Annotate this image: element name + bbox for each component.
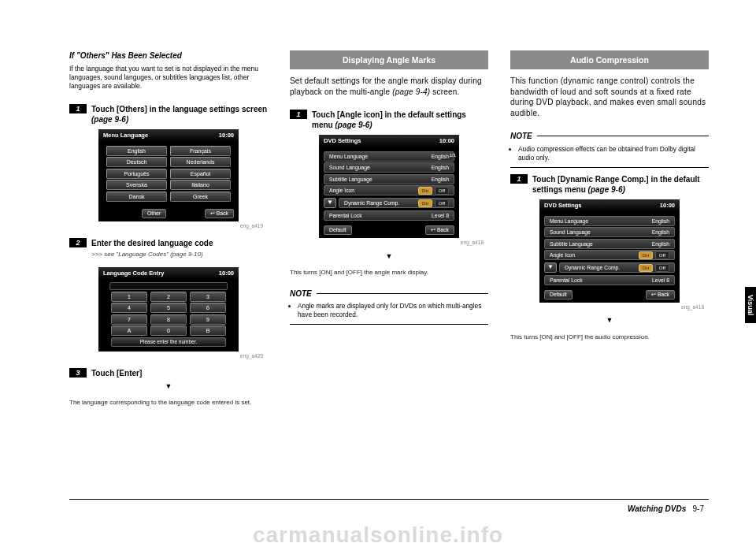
column-2: Displaying Angle Marks Set default setti… xyxy=(290,50,488,414)
row-subtitle-language-2[interactable]: Subtitle LanguageEnglish xyxy=(544,239,675,249)
fig-label-3: eng_a418 xyxy=(290,240,484,247)
page-footer: Watching DVDs 9-7 xyxy=(628,504,704,515)
lang-svenska[interactable]: Svenska xyxy=(106,180,167,190)
audio-intro: This function (dynamic range control) co… xyxy=(510,76,709,118)
dvd2-title: DVD Settings xyxy=(544,202,582,210)
section-audio-compression: Audio Compression xyxy=(510,50,709,69)
lang-english[interactable]: English xyxy=(106,146,167,156)
page-indicator: 1/1 xyxy=(449,152,456,158)
note-item-1: Angle marks are displayed only for DVDs … xyxy=(298,302,488,319)
note-heading-2: NOTE xyxy=(510,131,709,142)
step2-ref: >>> see "Language Codes" (page 9-10) xyxy=(91,251,268,259)
key-0[interactable]: 0 xyxy=(150,326,187,336)
prompt-bar: Please enter the number. xyxy=(111,337,226,347)
down-triangle-icon-2: ▼ xyxy=(290,251,488,261)
col3-step-1: 1 Touch [Dynamic Range Comp.] in the def… xyxy=(510,174,709,195)
screenshot-dvd-settings-2: DVD Settings 10:00 Menu LanguageEnglish … xyxy=(539,199,680,303)
col3-result: This turns [ON] and [OFF] the audio comp… xyxy=(510,333,709,342)
column-1: If "Others" Has Been Selected If the lan… xyxy=(69,50,268,414)
lang-espanol[interactable]: Español xyxy=(170,169,231,179)
row-sound-language-2[interactable]: Sound LanguageEnglish xyxy=(544,227,675,237)
col3-step-badge-1: 1 xyxy=(510,174,528,184)
step-badge-3: 3 xyxy=(69,368,87,378)
key-3[interactable]: 3 xyxy=(190,292,226,302)
row-menu-language[interactable]: Menu LanguageEnglish xyxy=(324,151,454,162)
step-badge-1: 1 xyxy=(69,104,87,113)
row-drcomp[interactable]: Dynamic Range Comp.OnOff xyxy=(339,198,454,208)
back-button-3[interactable]: ↩ Back xyxy=(646,290,675,299)
row-menu-language-2[interactable]: Menu LanguageEnglish xyxy=(544,216,675,226)
down-triangle-icon-3: ▼ xyxy=(510,315,709,325)
column-3: Audio Compression This function (dynamic… xyxy=(510,50,709,414)
screen2-title: Language Code Entry xyxy=(103,270,165,277)
step-badge-2: 2 xyxy=(69,238,87,247)
row-drcomp-2[interactable]: Dynamic Range Comp.OnOff xyxy=(559,262,675,273)
scroll-down-icon[interactable]: ▼ xyxy=(324,198,336,208)
row-angle-icon-2[interactable]: Angle IconOnOff xyxy=(544,250,675,260)
back-button-2[interactable]: ↩ Back xyxy=(425,225,454,235)
row-angle-icon[interactable]: Angle IconOnOff xyxy=(324,185,454,195)
dvd2-time: 10:00 xyxy=(660,202,675,210)
lang-dansk[interactable]: Dansk xyxy=(106,192,167,202)
screenshot-dvd-settings-1: DVD Settings 10:00 1/1 Menu LanguageEngl… xyxy=(319,135,459,238)
lang-francais[interactable]: Français xyxy=(170,146,231,156)
key-1[interactable]: 1 xyxy=(111,292,147,302)
key-7[interactable]: 7 xyxy=(111,314,147,325)
section-angle-marks: Displaying Angle Marks xyxy=(290,50,488,69)
step1-text: Touch [Others] in the language settings … xyxy=(91,105,267,113)
fig-label-4: eng_a418 xyxy=(510,304,704,311)
row-parental-lock[interactable]: Parental LockLevel 8 xyxy=(324,210,454,221)
footer-rule xyxy=(69,499,709,500)
col2-step1-ref: (page 9-6) xyxy=(335,121,372,129)
note-list-2: Audio compression effects can be obtaine… xyxy=(510,145,709,164)
key-9[interactable]: 9 xyxy=(190,314,226,325)
row-sound-language[interactable]: Sound LanguageEnglish xyxy=(324,162,454,173)
key-2[interactable]: 2 xyxy=(150,292,187,302)
scroll-down-icon-2[interactable]: ▼ xyxy=(544,262,557,273)
col2-step-badge-1: 1 xyxy=(290,110,307,119)
default-button[interactable]: Default xyxy=(324,225,352,235)
down-triangle-icon: ▼ xyxy=(69,381,268,391)
dvd1-title: DVD Settings xyxy=(324,137,361,145)
col2-step-1: 1 Touch [Angle icon] in the default sett… xyxy=(290,110,488,130)
step-2: 2 Enter the desired language code xyxy=(69,238,268,248)
col3-step1-ref: (page 9-6) xyxy=(588,185,625,194)
key-b[interactable]: B xyxy=(190,326,226,336)
screen1-time: 10:00 xyxy=(219,132,234,140)
step3-result: The language corresponding to the langua… xyxy=(69,399,268,407)
lang-greek[interactable]: Greek xyxy=(170,192,231,202)
lang-italiano[interactable]: Italiano xyxy=(170,180,231,190)
default-button-2[interactable]: Default xyxy=(544,290,573,299)
lang-nederlands[interactable]: Nederlands xyxy=(170,157,231,167)
key-6[interactable]: 6 xyxy=(190,303,226,313)
screenshot-code-entry: Language Code Entry 10:00 123 456 789 A0… xyxy=(98,267,239,352)
lang-portugues[interactable]: Português xyxy=(106,169,167,179)
fig-label-2: eng_a420 xyxy=(69,353,263,360)
col2-result: This turns [ON] and [OFF] the angle mark… xyxy=(290,269,488,277)
other-button[interactable]: Other xyxy=(142,209,166,218)
dvd1-time: 10:00 xyxy=(439,137,454,145)
watermark: carmanualsonline.info xyxy=(0,520,756,550)
fig-label-1: eng_a419 xyxy=(69,223,263,230)
row-subtitle-language[interactable]: Subtitle LanguageEnglish xyxy=(324,174,454,184)
key-a[interactable]: A xyxy=(111,326,147,336)
note-list: Angle marks are displayed only for DVDs … xyxy=(290,302,488,321)
note-heading: NOTE xyxy=(290,288,488,299)
key-5[interactable]: 5 xyxy=(150,303,187,313)
screen1-title: Menu Language xyxy=(103,132,148,140)
lang-deutsch[interactable]: Deutsch xyxy=(106,157,167,167)
note-item-2: Audio compression effects can be obtaine… xyxy=(518,145,709,162)
step-3: 3 Touch [Enter] xyxy=(69,368,268,378)
screen2-time: 10:00 xyxy=(219,270,234,277)
key-8[interactable]: 8 xyxy=(150,314,187,325)
others-intro: If the language that you want to set is … xyxy=(69,65,268,91)
step2-text: Enter the desired language code xyxy=(91,238,213,248)
step3-text: Touch [Enter] xyxy=(91,368,142,378)
row-parental-lock-2[interactable]: Parental LockLevel 8 xyxy=(544,275,675,285)
step1-ref: (page 9-6) xyxy=(91,115,128,124)
key-4[interactable]: 4 xyxy=(111,303,147,313)
others-heading: If "Others" Has Been Selected xyxy=(69,50,268,61)
back-button[interactable]: ↩ Back xyxy=(205,209,234,218)
step-1: 1 Touch [Others] in the language setting… xyxy=(69,104,268,125)
angle-intro: Set default settings for the angle mark … xyxy=(290,76,488,97)
